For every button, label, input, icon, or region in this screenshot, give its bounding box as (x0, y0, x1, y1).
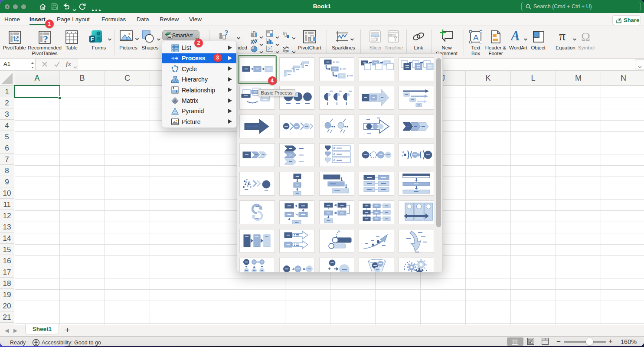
svg-text:A: A (511, 29, 520, 43)
svg-text:?: ? (43, 33, 48, 44)
svg-text:π: π (559, 30, 566, 43)
svg-text:A: A (473, 33, 479, 42)
svg-text:=: = (303, 266, 305, 272)
svg-text:?: ? (225, 29, 229, 37)
svg-text:+: + (292, 266, 294, 272)
svg-text:+: + (328, 266, 331, 272)
svg-text:F: F (91, 36, 94, 43)
svg-text:Ω: Ω (581, 30, 590, 43)
